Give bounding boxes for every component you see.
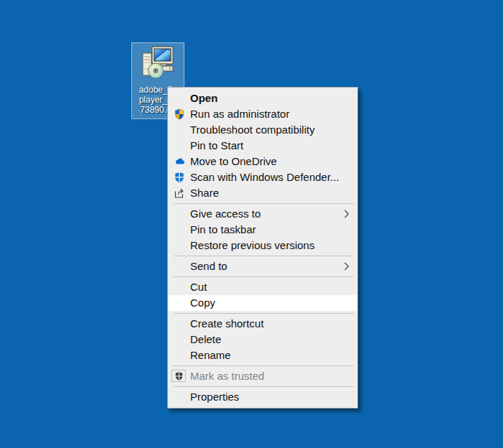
menu-separator [174, 276, 354, 277]
menu-item-label: Copy [190, 297, 215, 309]
menu-item-pin-to-start[interactable]: Pin to Start [168, 138, 357, 154]
menu-item-label: Delete [190, 333, 221, 345]
menu-item-label: Share [190, 187, 219, 199]
menu-item-label: Open [190, 92, 217, 104]
menu-item-copy[interactable]: Copy [168, 295, 357, 311]
menu-item-properties[interactable]: Properties [168, 389, 357, 405]
menu-item-mark-as-trusted[interactable]: Mark as trusted [168, 368, 357, 384]
menu-separator [174, 386, 354, 387]
menu-item-label: Scan with Windows Defender... [190, 171, 339, 183]
menu-item-restore-previous-versions[interactable]: Restore previous versions [168, 238, 357, 253]
menu-separator [174, 256, 354, 256]
menu-item-label: Cut [190, 281, 207, 293]
menu-item-label: Create shortcut [190, 317, 264, 330]
menu-item-give-access-to[interactable]: Give access to [168, 206, 357, 222]
menu-item-label: Pin to taskbar [190, 223, 256, 235]
share-icon [174, 187, 185, 199]
submenu-chevron-icon [344, 210, 349, 218]
menu-item-label: Run as administrator [190, 108, 289, 120]
menu-item-send-to[interactable]: Send to [168, 258, 357, 274]
menu-separator [174, 203, 354, 204]
menu-item-move-to-onedrive[interactable]: Move to OneDrive [168, 154, 357, 169]
trusted-shield-icon [174, 371, 184, 381]
menu-item-label: Move to OneDrive [190, 155, 277, 167]
menu-item-delete[interactable]: Delete [168, 332, 357, 347]
onedrive-cloud-icon [174, 156, 185, 167]
menu-item-rename[interactable]: Rename [168, 347, 357, 363]
menu-item-troubleshoot-compatibility[interactable]: Troubleshoot compatibility [168, 122, 357, 138]
menu-item-create-shortcut[interactable]: Create shortcut [168, 316, 357, 332]
menu-item-cut[interactable]: Cut [168, 279, 357, 295]
menu-item-label: Give access to [190, 207, 260, 220]
menu-item-scan-with-windows-defender[interactable]: Scan with Windows Defender... [168, 169, 357, 185]
context-menu: Open Run as administrator Troubleshoot c… [167, 87, 358, 409]
menu-item-open[interactable]: Open [168, 90, 357, 106]
menu-item-run-as-administrator[interactable]: Run as administrator [168, 106, 357, 122]
menu-item-share[interactable]: Share [168, 185, 357, 201]
menu-item-label: Send to [190, 260, 227, 272]
installer-app-icon [141, 45, 175, 80]
menu-separator [174, 365, 354, 366]
menu-item-label: Troubleshoot compatibility [190, 123, 315, 136]
submenu-chevron-icon [344, 262, 349, 271]
menu-item-label: Mark as trusted [190, 370, 264, 382]
windows-defender-icon [174, 172, 185, 183]
menu-item-label: Pin to Start [190, 139, 243, 151]
menu-item-label: Rename [190, 349, 231, 361]
menu-separator [174, 313, 354, 314]
menu-item-label: Properties [190, 391, 239, 403]
uac-shield-icon [174, 108, 185, 120]
menu-item-pin-to-taskbar[interactable]: Pin to taskbar [168, 222, 357, 238]
menu-item-label: Restore previous versions [190, 239, 314, 251]
trusted-icon-focus-box [171, 370, 186, 382]
